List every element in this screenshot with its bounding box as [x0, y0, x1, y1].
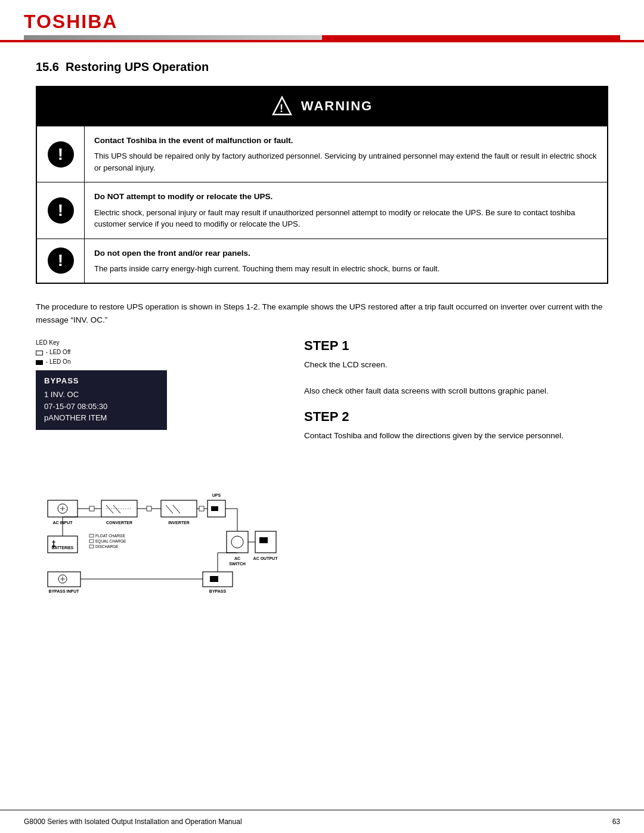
section-heading: 15.6 Restoring UPS Operation — [36, 60, 608, 74]
warning-row-1: ! Contact Toshiba in the event of malfun… — [37, 126, 607, 182]
svg-rect-8 — [89, 506, 94, 511]
warning-triangle-icon: ! — [271, 95, 293, 117]
svg-text:EQUAL CHARGE: EQUAL CHARGE — [95, 539, 126, 544]
svg-rect-25 — [48, 536, 78, 553]
svg-rect-15 — [147, 506, 151, 511]
warning-rows: ! Contact Toshiba in the event of malfun… — [37, 125, 607, 283]
warning-icon-3: ! — [37, 239, 85, 283]
step-2: STEP 2 Contact Toshiba and follow the di… — [304, 409, 608, 442]
warning-header: ! WARNING — [37, 87, 607, 125]
diagram-col: LED Key - LED Off - LED On BYPASS 1 INV.… — [36, 338, 286, 605]
svg-text:BYPASS INPUT: BYPASS INPUT — [48, 589, 79, 593]
bypass-line3: pANOTHER ITEM — [44, 412, 159, 424]
warning-row-3: ! Do not open the front and/or rear pane… — [37, 239, 607, 283]
warning-icon-1: ! — [37, 126, 85, 182]
warning-text-2: Do NOT attempt to modify or relocate the… — [85, 182, 607, 238]
svg-point-44 — [231, 536, 243, 548]
led-off-label: - LED Off — [36, 348, 286, 357]
footer-left: G8000 Series with Isolated Output Instal… — [24, 817, 242, 826]
led-title: LED Key — [36, 338, 286, 348]
svg-rect-34 — [89, 545, 94, 548]
step-1-text: Check the LCD screen. Also check other f… — [304, 358, 608, 397]
bypass-title: BYPASS — [44, 376, 159, 385]
svg-text:BYPASS: BYPASS — [209, 589, 227, 593]
led-on-icon — [36, 360, 43, 365]
svg-rect-22 — [211, 506, 218, 511]
warning-box: ! WARNING ! Contact Toshiba in the event… — [36, 86, 608, 284]
warning-text-3: Do not open the front and/or rear panels… — [85, 239, 607, 283]
warning-row-2: ! Do NOT attempt to modify or relocate t… — [37, 182, 607, 239]
led-off-icon — [36, 351, 43, 355]
step-1-heading: STEP 1 — [304, 338, 608, 354]
svg-rect-54 — [210, 576, 218, 582]
bypass-line1: 1 INV. OC — [44, 389, 159, 401]
svg-text:DISCHARGE: DISCHARGE — [95, 544, 119, 549]
svg-text:CONVERTER: CONVERTER — [106, 521, 132, 525]
svg-rect-16 — [161, 500, 197, 517]
led-on-label: - LED On — [36, 357, 286, 367]
page-header: TOSHIBA — [0, 0, 644, 42]
svg-text:!: ! — [280, 103, 284, 114]
svg-line-11 — [113, 505, 120, 513]
header-bar — [24, 35, 620, 40]
bypass-content: 1 INV. OC 07-15-07 08:05:30 pANOTHER ITE… — [44, 389, 159, 424]
svg-rect-30 — [89, 534, 94, 537]
svg-text:INVERTER: INVERTER — [168, 521, 189, 525]
svg-text:BATTERIES: BATTERIES — [52, 546, 74, 550]
warning-text-1: Contact Toshiba in the event of malfunct… — [85, 126, 607, 182]
toshiba-logo: TOSHIBA — [24, 11, 620, 33]
svg-rect-38 — [48, 572, 80, 587]
step-2-heading: STEP 2 — [304, 409, 608, 425]
page-footer: G8000 Series with Isolated Output Instal… — [0, 810, 644, 833]
svg-text:AC OUTPUT: AC OUTPUT — [253, 556, 278, 561]
body-text: The procedure to restore UPS operation i… — [36, 301, 608, 326]
svg-rect-32 — [89, 540, 94, 543]
svg-line-18 — [173, 505, 180, 513]
ups-diagram: AC INPUT CONVERTER INVERTER — [36, 436, 286, 603]
steps-col: STEP 1 Check the LCD screen. Also check … — [286, 338, 608, 605]
svg-text:FLOAT CHARGE: FLOAT CHARGE — [95, 534, 126, 538]
steps-area: LED Key - LED Off - LED On BYPASS 1 INV.… — [36, 338, 608, 605]
svg-rect-24 — [199, 506, 204, 511]
svg-line-10 — [106, 505, 113, 513]
footer-page-number: 63 — [612, 817, 620, 826]
warning-title: WARNING — [301, 98, 373, 114]
svg-rect-48 — [259, 537, 268, 543]
step-1: STEP 1 Check the LCD screen. Also check … — [304, 338, 608, 397]
main-content: 15.6 Restoring UPS Operation ! WARNING !… — [0, 42, 644, 640]
warning-icon-2: ! — [37, 182, 85, 238]
bypass-line2: 07-15-07 08:05:30 — [44, 401, 159, 413]
svg-rect-43 — [227, 531, 248, 553]
svg-text:SWITCH: SWITCH — [229, 562, 246, 566]
bypass-display: BYPASS 1 INV. OC 07-15-07 08:05:30 pANOT… — [36, 370, 167, 430]
step-2-text: Contact Toshiba and follow the direction… — [304, 429, 608, 442]
svg-line-17 — [166, 505, 173, 513]
svg-text:AC: AC — [234, 556, 240, 561]
led-legend: LED Key - LED Off - LED On — [36, 338, 286, 367]
svg-text:UPS: UPS — [212, 493, 221, 497]
